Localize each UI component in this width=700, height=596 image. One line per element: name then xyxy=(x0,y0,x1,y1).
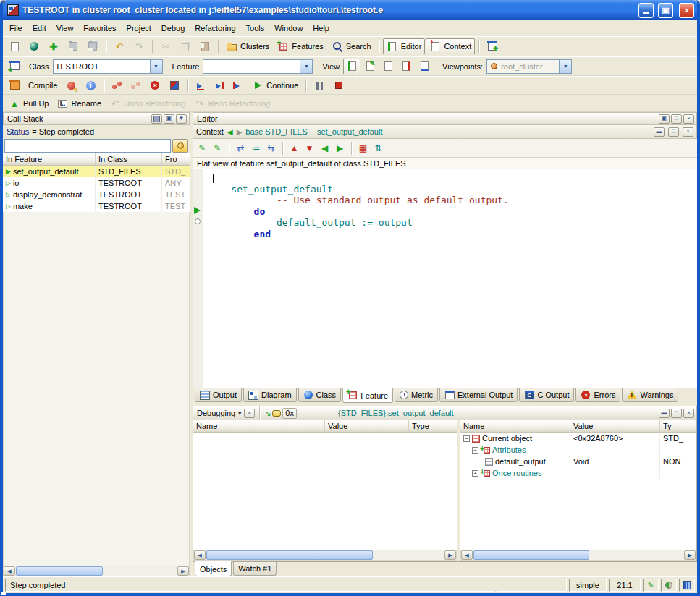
flat-view-button[interactable] xyxy=(379,59,397,74)
menu-tools[interactable]: Tools xyxy=(241,22,270,35)
code-text[interactable]: set_output_default -- Use standard outpu… xyxy=(203,169,697,388)
clients-icon[interactable]: ◀ xyxy=(318,141,332,155)
column-value[interactable]: Value xyxy=(570,420,660,432)
column-name[interactable]: Name xyxy=(193,420,325,432)
collapse-icon[interactable]: − xyxy=(463,435,470,442)
collapse-icon[interactable]: − xyxy=(472,447,478,454)
viewpoints-combo[interactable]: root_cluster ▼ xyxy=(486,59,572,74)
minimize-button[interactable] xyxy=(638,3,654,18)
feature-combo-input[interactable] xyxy=(203,62,300,71)
scroll-right-icon[interactable]: ▶ xyxy=(684,550,696,560)
new-window-button[interactable] xyxy=(5,38,24,54)
undo-button[interactable]: ↶ xyxy=(110,38,129,54)
project-info-button[interactable]: i xyxy=(81,77,100,93)
call-stack-row[interactable]: ▷make TESTROOT TEST xyxy=(3,200,190,212)
debug-maximize-button[interactable]: □ xyxy=(671,409,682,418)
pause-button[interactable] xyxy=(310,77,329,93)
history-forward-icon[interactable]: ▶ xyxy=(237,128,243,136)
menu-view[interactable]: View xyxy=(51,22,79,35)
objects-hscrollbar[interactable]: ◀ ▶ xyxy=(460,550,696,561)
continue-button[interactable]: Continue xyxy=(248,77,302,93)
objects-empty-area[interactable] xyxy=(460,479,696,550)
tab-warnings[interactable]: Warnings xyxy=(622,388,678,402)
float-panel-button[interactable]: ▣ xyxy=(164,114,174,124)
editor-gutter[interactable] xyxy=(193,169,203,388)
redo-button[interactable]: ↷ xyxy=(130,38,148,54)
column-in-feature[interactable]: In Feature xyxy=(3,153,96,165)
breadcrumb-feature[interactable]: set_output_default xyxy=(317,127,383,136)
code-editor[interactable]: set_output_default -- Use standard outpu… xyxy=(193,169,697,388)
chevron-down-icon[interactable]: ▼ xyxy=(237,410,243,417)
tab-c-output[interactable]: CC Output xyxy=(519,388,574,402)
editor-maximize-button[interactable]: □ xyxy=(671,114,682,124)
close-button[interactable]: × xyxy=(679,3,694,18)
save-call-stack-button[interactable] xyxy=(151,114,162,124)
scroll-right-icon[interactable]: ▶ xyxy=(444,550,456,560)
clusters-button[interactable]: Clusters xyxy=(222,38,273,54)
column-name[interactable]: Name xyxy=(460,420,570,432)
stack-depth-button[interactable] xyxy=(172,139,188,153)
copy-button[interactable] xyxy=(176,38,195,54)
search-button[interactable]: Search xyxy=(328,38,375,54)
column-type[interactable]: Ty xyxy=(660,420,696,432)
scroll-right-icon[interactable]: ▶ xyxy=(177,566,189,576)
compile-button[interactable]: Compile xyxy=(25,77,61,93)
menu-edit[interactable]: Edit xyxy=(28,22,51,35)
call-stack-hscrollbar[interactable]: ◀ ▶ xyxy=(3,566,190,576)
rename-button[interactable]: I..Rename xyxy=(53,95,105,111)
watch-hscrollbar[interactable]: ◀ ▶ xyxy=(193,550,457,561)
call-stack-header[interactable]: Call Stack ▣ ▼ xyxy=(3,112,190,125)
descendants-icon[interactable]: ▼ xyxy=(303,141,316,155)
contract-view-button[interactable] xyxy=(397,59,415,74)
tab-errors[interactable]: ×Errors xyxy=(575,388,620,402)
history-back-icon[interactable]: ◀ xyxy=(227,128,233,136)
callees-icon[interactable]: ⇆ xyxy=(264,141,278,155)
disable-breakpoints-button[interactable] xyxy=(127,77,145,93)
menu-debug[interactable]: Debug xyxy=(156,22,190,35)
object-tree-row[interactable]: −Attributes xyxy=(460,444,696,456)
features-button[interactable]: Features xyxy=(274,38,326,54)
feature-combo-dropdown-icon[interactable]: ▼ xyxy=(300,60,312,73)
text-view-button[interactable] xyxy=(343,59,360,74)
cut-button[interactable]: ✂ xyxy=(156,38,175,54)
editor-close-button[interactable]: × xyxy=(683,114,694,124)
scroll-left-icon[interactable]: ◀ xyxy=(4,566,15,576)
column-from[interactable]: Fro xyxy=(162,153,190,165)
exception-handling-icon[interactable]: ↘ xyxy=(264,409,271,418)
breakpoint-slot-icon[interactable] xyxy=(195,218,201,224)
edit-feature-new-window-icon[interactable]: ✎ xyxy=(211,141,224,155)
debug-tool-close-button[interactable]: × xyxy=(244,409,255,418)
column-in-class[interactable]: In Class xyxy=(96,153,162,165)
watch-empty-area[interactable] xyxy=(193,433,457,550)
breakpoints-info-button[interactable] xyxy=(165,77,184,93)
call-stack-row[interactable]: ▷io TESTROOT ANY xyxy=(3,177,190,189)
step-into-button[interactable] xyxy=(192,77,210,93)
scroll-left-icon[interactable]: ◀ xyxy=(461,550,473,560)
scroll-left-icon[interactable]: ◀ xyxy=(194,550,206,560)
debugging-header[interactable]: Debugging ▼ × ↘ 0x {STD_FILES}.set_outpu… xyxy=(193,406,697,420)
implementers-icon[interactable]: ⇅ xyxy=(371,141,385,155)
class-combo-dropdown-icon[interactable]: ▼ xyxy=(150,60,162,73)
expand-icon[interactable]: + xyxy=(472,470,478,477)
remove-breakpoints-button[interactable]: × xyxy=(146,77,164,93)
send-to-button[interactable]: ◂ xyxy=(5,59,24,74)
tab-external-output[interactable]: External Output xyxy=(439,388,518,402)
add-class-button[interactable]: ✚ xyxy=(44,38,63,54)
tab-metric[interactable]: Metric xyxy=(395,388,438,402)
hex-format-toggle[interactable]: 0x xyxy=(282,408,297,419)
debug-minimize-button[interactable]: ▬ xyxy=(659,409,670,418)
freeze-button[interactable]: q xyxy=(62,77,80,93)
menu-refactoring[interactable]: Refactoring xyxy=(190,22,240,35)
dock-panel-button[interactable]: ▼ xyxy=(176,114,187,124)
tab-watch-1[interactable]: Watch #1 xyxy=(233,562,277,576)
object-tree-row[interactable]: +Once routines xyxy=(460,467,696,479)
object-tree-row[interactable]: default_output Void NON xyxy=(460,456,696,467)
call-stack-row[interactable]: ▶set_output_default STD_FILES STD_ xyxy=(3,166,190,177)
context-maximize-button[interactable]: □ xyxy=(668,127,679,137)
object-tree-row[interactable]: −Current object <0x32A8760> STD_ xyxy=(460,433,696,444)
call-stack-row[interactable]: ▷display_demonstrat... TESTROOT TEST xyxy=(3,189,190,200)
editor-restore-button[interactable]: ▣ xyxy=(659,114,670,124)
context-close-button[interactable]: × xyxy=(683,127,693,137)
debug-close-button[interactable]: × xyxy=(683,409,694,418)
step-out-button[interactable] xyxy=(229,77,248,93)
